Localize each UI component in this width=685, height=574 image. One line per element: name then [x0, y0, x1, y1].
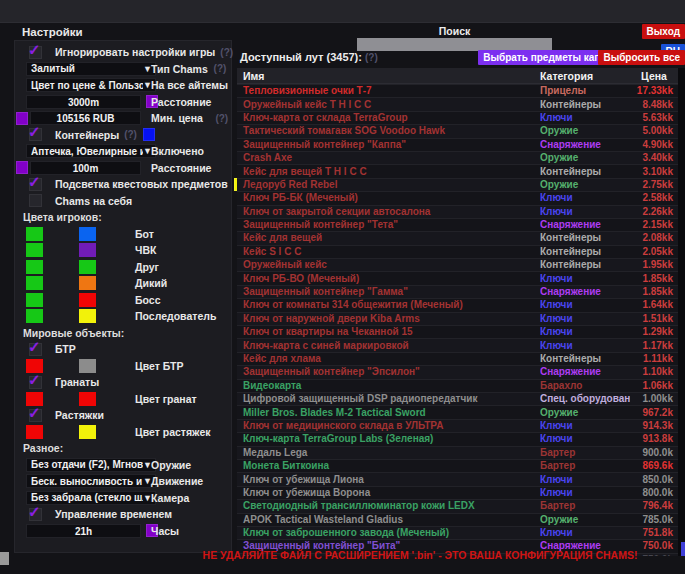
loot-row[interactable]: Медаль LegaБартер900.0k	[237, 446, 678, 459]
loot-row[interactable]: Ключ-карта с синей маркировкойКлючи1.17k…	[237, 338, 678, 351]
color-btr-swatch-2[interactable]	[79, 359, 96, 373]
loot-row[interactable]: Ключ РБ-БК (Меченый)Ключи2.58kk	[237, 191, 678, 204]
row-color-btr: Цвет БТР	[15, 358, 231, 375]
color-pmc-swatch-2[interactable]	[79, 243, 96, 257]
grenades-checkbox[interactable]: ✓	[29, 376, 42, 389]
row-movement-mods: Беск. выносливость и нет уста:▼Движение	[15, 473, 231, 490]
loot-row[interactable]: Монета БиткоинаБартер869.6k	[237, 459, 678, 472]
loot-row[interactable]: Цифровой защищенный DSP радиопередатчикС…	[237, 392, 678, 405]
loot-row[interactable]: Ключ от убежища ВоронаКлючи800.0k	[237, 486, 678, 499]
containers-checkbox[interactable]: ✓	[29, 128, 42, 141]
color-friend-swatch-1[interactable]	[26, 260, 43, 274]
column-header-name[interactable]: Имя	[237, 70, 540, 82]
min-price-input[interactable]: 105156 RUB	[30, 111, 141, 125]
time-control-checkbox[interactable]: ✓	[29, 508, 42, 521]
loot-row[interactable]: Защищенный контейнер "Тета"Снаряжение2.1…	[237, 218, 678, 231]
color-pair-label: Последователь	[135, 310, 216, 322]
loot-scrollbar[interactable]	[678, 68, 685, 556]
row-grenades: ✓Гранаты	[15, 374, 231, 391]
loot-category: Прицелы	[540, 85, 630, 97]
loot-row[interactable]: Защищенный контейнер "Каппа"Снаряжение4.…	[237, 138, 678, 151]
loot-row[interactable]: Кейс S I C CКонтейнеры2.05kk	[237, 245, 678, 258]
color-scav-swatch-2[interactable]	[79, 276, 96, 290]
settings-title: Настройки	[22, 26, 83, 38]
loot-row[interactable]: Кейс для вещей T H I C CКонтейнеры3.10kk	[237, 164, 678, 177]
color-friend-swatch-2[interactable]	[79, 260, 96, 274]
help-icon[interactable]: (?)	[214, 63, 227, 74]
color-tripwires-swatch-1[interactable]	[26, 425, 43, 439]
color-swatch[interactable]	[16, 161, 28, 174]
loot-row[interactable]: Ключ от заброшенного завода (Меченый)Клю…	[237, 526, 678, 539]
all-items-mode-dropdown[interactable]: Цвет по цене & Пользователь▼	[26, 78, 156, 92]
color-follower-swatch-2[interactable]	[79, 309, 96, 323]
dropdown-label: Камера	[151, 492, 189, 504]
ignore-game-settings-checkbox[interactable]: ✓	[29, 46, 42, 59]
loot-price: 2.05kk	[630, 246, 678, 258]
resize-handle[interactable]	[0, 552, 9, 565]
loot-row[interactable]: Ключ от закрытой секции автосалонаКлючи2…	[237, 205, 678, 218]
color-bot-swatch-1[interactable]	[26, 227, 43, 241]
row-btr: ✓БТР	[15, 341, 231, 358]
loot-row[interactable]: Кейс для вещейКонтейнеры2.08kk	[237, 231, 678, 244]
loot-row[interactable]: Оружейный кейсКонтейнеры1.95kk	[237, 258, 678, 271]
row-chams-type: Залитый▼Тип Chams(?)	[15, 61, 231, 78]
help-icon[interactable]: (?)	[215, 113, 228, 124]
loot-row[interactable]: Ледоруб Red RebelОружие2.75kk	[237, 178, 678, 191]
column-header-category[interactable]: Категория	[540, 70, 630, 82]
column-header-price[interactable]: Цена	[630, 70, 678, 82]
loot-row[interactable]: ВидеокартаБарахло1.06kk	[237, 379, 678, 392]
loot-row[interactable]: Miller Bros. Blades M-2 Tactical SwordОр…	[237, 405, 678, 418]
help-icon[interactable]: (?)	[365, 52, 378, 63]
drop-all-button[interactable]: Выбросить все	[598, 50, 685, 65]
loot-row[interactable]: Защищенный контейнер "Гамма"Снаряжение1.…	[237, 285, 678, 298]
items-distance-input[interactable]: 3000m	[26, 95, 141, 109]
help-icon[interactable]: (?)	[124, 129, 137, 140]
tripwires-checkbox[interactable]: ✓	[29, 409, 42, 422]
loot-row[interactable]: Защищенный контейнер "Эпсилон"Снаряжение…	[237, 365, 678, 378]
loot-row[interactable]: Ключ от убежища ЛионаКлючи850.0k	[237, 472, 678, 485]
loot-row[interactable]: Ключ-карта TerraGroup Labs (Зеленая)Ключ…	[237, 432, 678, 445]
color-pmc-swatch-1[interactable]	[26, 243, 43, 257]
chams-type-dropdown[interactable]: Залитый▼	[26, 62, 156, 76]
color-grenades-swatch-2[interactable]	[79, 392, 96, 406]
sidebar-row: Разное:	[15, 440, 231, 457]
loot-row[interactable]: Ключ от комнаты 314 общежития (Меченый)К…	[237, 298, 678, 311]
loot-row[interactable]: Тепловизионные очки Т-7Прицелы17.33kk	[237, 84, 678, 97]
help-icon[interactable]: (?)	[220, 47, 233, 58]
loot-row[interactable]: Ключ от медицинского склада в УЛЬТРАКлюч…	[237, 419, 678, 432]
dropdown-value: Беск. выносливость и нет уста:	[31, 476, 143, 487]
color-boss-swatch-2[interactable]	[79, 293, 96, 307]
loot-row[interactable]: Ключ РБ-ВО (Меченый)Ключи1.85kk	[237, 271, 678, 284]
color-boss-swatch-1[interactable]	[26, 293, 43, 307]
loot-row[interactable]: Ключ от наружной двери Kiba ArmsКлючи1.5…	[237, 312, 678, 325]
select-kappa-items-button[interactable]: Выбрать предметы каппа	[478, 50, 617, 65]
color-scav-swatch-1[interactable]	[26, 276, 43, 290]
loot-category: Ключи	[540, 487, 630, 499]
exit-button[interactable]: Выход	[642, 24, 685, 39]
loot-row[interactable]: Crash AxeОружие3.40kk	[237, 151, 678, 164]
color-pair-label: ЧВК	[135, 244, 156, 256]
loot-row[interactable]: Ключ-карта от склада TerraGroupКлючи5.63…	[237, 111, 678, 124]
loot-price: 800.0k	[630, 487, 678, 499]
color-tripwires-swatch-2[interactable]	[79, 425, 96, 439]
loot-row[interactable]: Оружейный кейс T H I C CКонтейнеры8.48kk	[237, 97, 678, 110]
loot-row[interactable]: Тактический томагавк SOG Voodoo HawkОруж…	[237, 124, 678, 137]
camera-mods-dropdown[interactable]: Без забрала (стекло шлема)▼	[26, 491, 156, 505]
color-bot-swatch-2[interactable]	[79, 227, 96, 241]
containers-distance-input[interactable]: 100m	[30, 161, 141, 175]
loot-row[interactable]: Ключ от квартиры на Чеканной 15Ключи1.29…	[237, 325, 678, 338]
loot-row[interactable]: Кейс для хламаКонтейнеры1.11kk	[237, 352, 678, 365]
btr-checkbox[interactable]: ✓	[29, 343, 42, 356]
search-label: Поиск	[357, 25, 552, 37]
containers-filter-dropdown[interactable]: Аптечка, Ювелирные и...▼	[26, 144, 156, 158]
color-follower-swatch-1[interactable]	[26, 309, 43, 323]
quest-highlight-checkbox[interactable]: ✓	[29, 178, 42, 191]
color-swatch[interactable]	[16, 112, 28, 125]
chams-self-checkbox[interactable]	[29, 194, 42, 207]
loot-row[interactable]: APOK Tactical Wasteland GladiusОружие785…	[237, 513, 678, 526]
color-swatch[interactable]	[143, 128, 155, 141]
time-hours-input[interactable]: 21h	[26, 524, 141, 538]
weapon-mods-dropdown[interactable]: Без отдачи (F2), Мгновенное п▼	[26, 458, 156, 472]
loot-row[interactable]: Светодиодный трансиллюминатор кожи LEDXБ…	[237, 499, 678, 512]
movement-mods-dropdown[interactable]: Беск. выносливость и нет уста:▼	[26, 474, 156, 488]
